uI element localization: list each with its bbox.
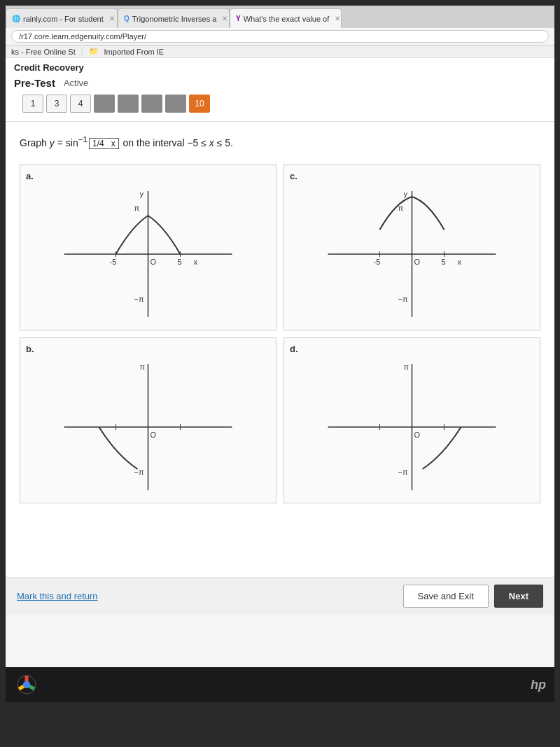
course-header: Credit Recovery Pre-Test Active 1 3 4 10	[6, 58, 554, 122]
tab-icon-3: Y	[236, 15, 241, 22]
question-btn-placeholder-2[interactable]	[118, 95, 139, 113]
question-text: Graph y = sin−11/4 x on the interval −5 …	[20, 133, 540, 151]
graph-label-a: a.	[26, 171, 270, 181]
address-bar[interactable]: /r17.core.learn.edgenuity.com/Player/	[11, 30, 549, 43]
svg-text:π: π	[134, 204, 140, 212]
question-nav: 1 3 4 10	[14, 92, 546, 117]
question-area: Graph y = sin−11/4 x on the interval −5 …	[6, 122, 554, 577]
graphs-container: a. -5 5 x y	[20, 165, 540, 503]
test-label-row: Pre-Test Active	[14, 74, 546, 92]
graph-label-d: d.	[290, 344, 534, 354]
page-content: Credit Recovery Pre-Test Active 1 3 4 10…	[6, 58, 554, 667]
graph-label-b: b.	[26, 344, 270, 354]
svg-text:-5: -5	[374, 258, 381, 266]
tab-close-1[interactable]: ✕	[109, 15, 115, 22]
next-button[interactable]: Next	[494, 585, 543, 608]
svg-text:-5: -5	[110, 258, 117, 266]
graph-option-c[interactable]: c. -5 5 x y	[284, 165, 540, 330]
question-btn-10[interactable]: 10	[189, 95, 210, 113]
graph-option-b[interactable]: b. O π −π	[20, 337, 276, 503]
test-type-label: Pre-Test	[14, 77, 55, 89]
graph-svg-c: -5 5 x y O π −π	[290, 184, 534, 324]
svg-text:O: O	[150, 258, 157, 266]
tab-yahoo[interactable]: Y What's the exact value of ✕	[230, 8, 342, 28]
tab-icon-1: 🌐	[12, 15, 20, 22]
question-btn-placeholder-4[interactable]	[165, 95, 186, 113]
tab-rainly[interactable]: 🌐 rainly.com - For student ✕	[6, 8, 118, 28]
question-btn-1[interactable]: 1	[22, 95, 43, 113]
question-btn-4[interactable]: 4	[70, 95, 91, 113]
tab-bar: 🌐 rainly.com - For student ✕ Q Trigonome…	[6, 6, 554, 28]
svg-text:O: O	[414, 258, 421, 266]
svg-text:O: O	[414, 431, 421, 439]
svg-text:y: y	[404, 190, 408, 198]
svg-text:π: π	[404, 363, 410, 371]
tab-label-1: rainly.com - For student	[23, 15, 104, 23]
svg-text:5: 5	[442, 258, 446, 266]
bottom-buttons: Save and Exit Next	[403, 585, 543, 608]
bookmark-2[interactable]: Imported From IE	[104, 48, 164, 56]
address-bar-row: /r17.core.learn.edgenuity.com/Player/	[6, 28, 554, 46]
svg-point-38	[23, 681, 30, 688]
taskbar: hp	[6, 667, 554, 702]
graph-svg-d: O π −π	[290, 357, 534, 497]
svg-text:O: O	[150, 431, 157, 439]
graph-label-c: c.	[290, 171, 534, 181]
tab-close-2[interactable]: ✕	[222, 15, 227, 22]
mark-return-link[interactable]: Mark this and return	[17, 591, 98, 601]
graph-svg-a: -5 5 x y O π −π	[26, 184, 270, 324]
svg-text:−π: −π	[134, 295, 144, 303]
status-badge: Active	[64, 78, 88, 88]
tab-label-3: What's the exact value of	[244, 15, 330, 23]
question-btn-3[interactable]: 3	[46, 95, 67, 113]
graph-svg-b: O π −π	[26, 357, 270, 497]
svg-text:−π: −π	[398, 295, 408, 303]
hp-logo: hp	[531, 678, 546, 692]
svg-text:−π: −π	[134, 468, 144, 476]
course-title: Credit Recovery	[14, 62, 546, 73]
bottom-bar: Mark this and return Save and Exit Next	[6, 577, 554, 615]
bookmarks-bar: ks - Free Online St | 📁 Imported From IE	[6, 46, 554, 58]
question-btn-placeholder-1[interactable]	[94, 95, 115, 113]
svg-text:x: x	[194, 258, 198, 266]
browser-chrome: 🌐 rainly.com - For student ✕ Q Trigonome…	[6, 6, 554, 58]
tab-close-3[interactable]: ✕	[335, 15, 340, 22]
bookmark-icon: 📁	[89, 47, 99, 56]
svg-text:5: 5	[178, 258, 182, 266]
monitor-frame: 🌐 rainly.com - For student ✕ Q Trigonome…	[0, 0, 560, 747]
graph-option-d[interactable]: d. O π −π	[284, 337, 540, 503]
question-btn-placeholder-3[interactable]	[141, 95, 162, 113]
graph-option-a[interactable]: a. -5 5 x y	[20, 165, 276, 330]
svg-text:y: y	[140, 190, 144, 198]
svg-text:x: x	[458, 258, 462, 266]
tab-icon-2: Q	[124, 15, 130, 22]
save-exit-button[interactable]: Save and Exit	[403, 585, 489, 608]
bookmark-1[interactable]: ks - Free Online St	[11, 48, 76, 56]
tab-label-2: Trigonometric Inverses a	[132, 15, 217, 23]
tab-quizlet[interactable]: Q Trigonometric Inverses a ✕	[118, 8, 230, 28]
svg-text:π: π	[140, 363, 146, 371]
svg-text:−π: −π	[398, 468, 408, 476]
chrome-icon[interactable]	[14, 672, 39, 697]
